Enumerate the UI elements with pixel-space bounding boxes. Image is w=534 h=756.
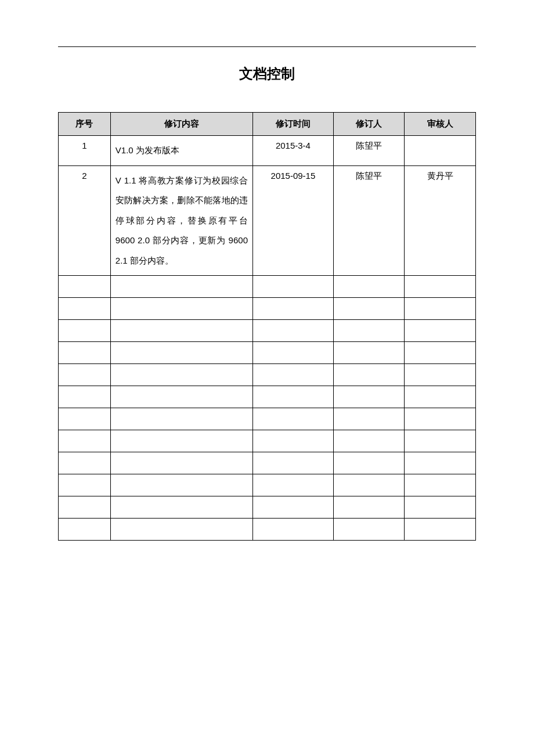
table-row-empty	[59, 474, 476, 496]
table-row-empty	[59, 519, 476, 541]
horizontal-rule	[58, 46, 476, 47]
cell-date: 2015-3-4	[252, 136, 333, 166]
table-row-empty	[59, 342, 476, 364]
cell-reviser: 陈望平	[333, 165, 405, 276]
cell-reviser: 陈望平	[333, 136, 405, 166]
table-row-empty	[59, 386, 476, 408]
cell-seq: 2	[59, 165, 111, 276]
revision-table: 序号 修订内容 修订时间 修订人 审核人 1 V1.0 为发布版本 2015-3…	[58, 112, 476, 541]
header-date: 修订时间	[252, 113, 333, 136]
table-row-empty	[59, 452, 476, 474]
cell-approver: 黄丹平	[405, 165, 476, 276]
cell-content: V1.0 为发布版本	[110, 136, 252, 166]
table-row-empty	[59, 276, 476, 298]
cell-content: V 1.1 将高教方案修订为校园综合安防解决方案，删除不能落地的违停球部分内容，…	[110, 165, 252, 276]
table-row-empty	[59, 364, 476, 386]
header-approver: 审核人	[405, 113, 476, 136]
table-row-empty	[59, 298, 476, 320]
table-row-empty	[59, 430, 476, 452]
table-header-row: 序号 修订内容 修订时间 修订人 审核人	[59, 113, 476, 136]
table-row: 1 V1.0 为发布版本 2015-3-4 陈望平	[59, 136, 476, 166]
cell-date: 2015-09-15	[252, 165, 333, 276]
document-page: 文档控制 序号 修订内容 修订时间 修订人 审核人 1 V1.0 为发布版本 2…	[0, 0, 534, 575]
table-row-empty	[59, 320, 476, 342]
table-row-empty	[59, 496, 476, 519]
cell-approver	[405, 136, 476, 166]
page-title: 文档控制	[58, 64, 476, 83]
table-body: 1 V1.0 为发布版本 2015-3-4 陈望平 2 V 1.1 将高教方案修…	[59, 136, 476, 541]
header-reviser: 修订人	[333, 113, 405, 136]
header-seq: 序号	[59, 113, 111, 136]
table-row: 2 V 1.1 将高教方案修订为校园综合安防解决方案，删除不能落地的违停球部分内…	[59, 165, 476, 276]
cell-seq: 1	[59, 136, 111, 166]
header-content: 修订内容	[110, 113, 252, 136]
table-row-empty	[59, 408, 476, 430]
